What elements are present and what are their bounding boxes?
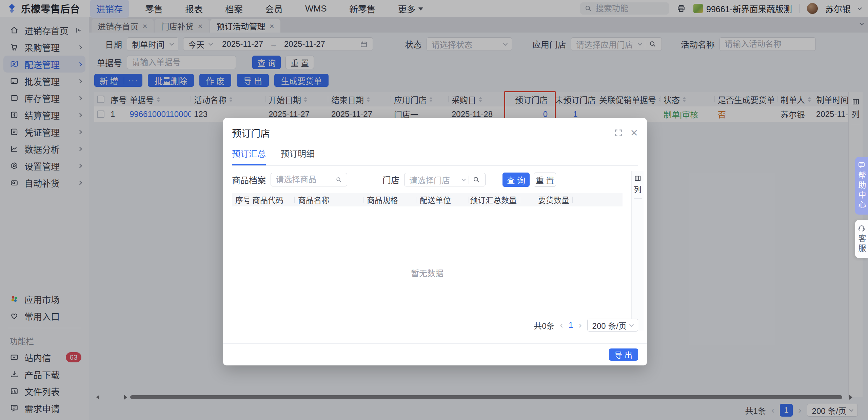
divider	[469, 176, 469, 184]
product-select[interactable]	[271, 173, 347, 186]
divider	[634, 198, 642, 199]
columns-icon	[634, 175, 642, 182]
mcol-request-qty[interactable]: 要货数量	[520, 193, 573, 206]
chevron-down-icon	[629, 322, 634, 327]
modal-tab-detail[interactable]: 预订明细	[281, 147, 315, 165]
modal-tabs: 预订汇总 预订明细	[232, 147, 638, 166]
chevron-down-icon	[461, 177, 466, 181]
prev-page-icon[interactable]: ‹	[560, 320, 563, 330]
modal-search-button[interactable]: 查 询	[502, 173, 530, 187]
modal-header: 预订门店	[232, 118, 638, 140]
customer-service-button[interactable]: 客服	[855, 220, 868, 258]
modal-filter-row: 商品档案 门店 请选择门店 查 询 重 置	[232, 173, 638, 187]
mcol-product-spec[interactable]: 商品规格	[363, 193, 416, 206]
modal-page-size-select[interactable]: 200 条/页	[587, 319, 638, 332]
modal-reset-button[interactable]: 重 置	[534, 173, 556, 187]
empty-state-text: 暂无数据	[232, 267, 623, 279]
product-label: 商品档案	[232, 174, 266, 186]
floating-helpers: 帮助中心 客服	[855, 157, 868, 258]
search-icon[interactable]	[335, 176, 342, 184]
modal-column-settings-button[interactable]: 列	[631, 171, 644, 331]
mcol-filler	[573, 193, 623, 206]
headset-icon	[857, 224, 866, 232]
product-input[interactable]	[276, 175, 332, 184]
store-label: 门店	[382, 174, 399, 186]
mcol-index: 序号	[232, 193, 249, 206]
modal-tab-summary[interactable]: 预订汇总	[232, 147, 266, 165]
search-icon[interactable]	[472, 176, 480, 184]
close-icon[interactable]	[630, 127, 638, 139]
help-center-button[interactable]: 帮助中心	[855, 157, 868, 215]
modal-title: 预订门店	[232, 126, 270, 140]
reserved-stores-modal: 预订门店 预订汇总 预订明细 商品档案 门店 请选择门店 查 询 重 置 序号 …	[223, 118, 647, 365]
modal-current-page[interactable]: 1	[569, 320, 573, 330]
modal-table-header: 序号 商品代码 商品名称 商品规格 配送单位 预订汇总数量 要货数量	[232, 193, 623, 206]
modal-footer-divider	[223, 343, 647, 344]
modal-pagination: 共0条 ‹ 1 › 200 条/页	[534, 319, 638, 332]
modal-export-button[interactable]: 导 出	[609, 348, 638, 361]
help-bubble-icon	[857, 161, 866, 169]
modal-total-count: 共0条	[534, 319, 554, 331]
store-select[interactable]: 请选择门店	[404, 173, 486, 186]
mcol-product-code[interactable]: 商品代码	[249, 193, 295, 206]
fullscreen-icon[interactable]	[614, 128, 623, 137]
next-page-icon[interactable]: ›	[578, 320, 581, 330]
mcol-delivery-unit[interactable]: 配送单位	[416, 193, 469, 206]
mcol-product-name[interactable]: 商品名称	[295, 193, 363, 206]
mcol-reserved-total[interactable]: 预订汇总数量	[469, 193, 520, 206]
